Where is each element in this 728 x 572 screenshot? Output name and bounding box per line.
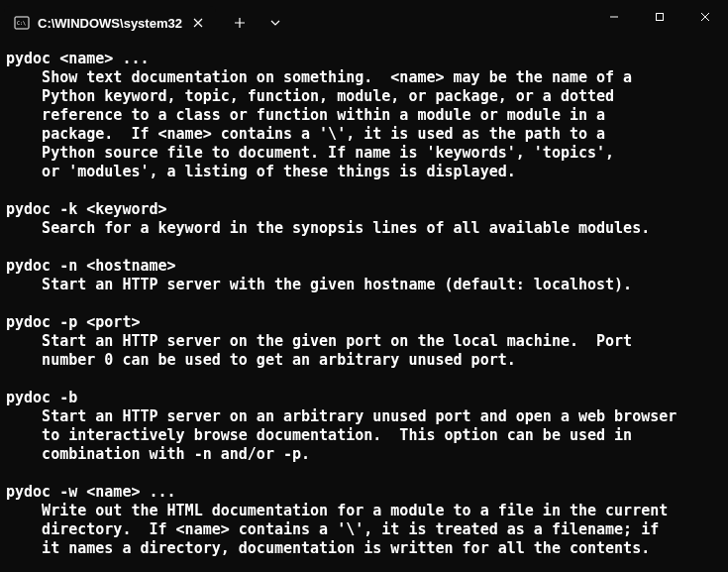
- tab-title: C:\WINDOWS\system32: [38, 16, 182, 31]
- titlebar[interactable]: C:\ C:\WINDOWS\system32: [0, 0, 728, 40]
- new-tab-button[interactable]: [222, 6, 258, 40]
- window-controls: [591, 0, 728, 34]
- svg-rect-2: [657, 14, 664, 21]
- tab-close-button[interactable]: [190, 15, 206, 31]
- terminal-output: pydoc <name> ... Show text documentation…: [6, 50, 722, 558]
- tab-actions: [222, 6, 293, 40]
- terminal-viewport[interactable]: pydoc <name> ... Show text documentation…: [0, 40, 728, 572]
- svg-text:C:\: C:\: [17, 20, 26, 26]
- maximize-button[interactable]: [637, 0, 682, 34]
- tab-dropdown-button[interactable]: [258, 6, 293, 40]
- tab-strip: C:\ C:\WINDOWS\system32: [0, 0, 293, 40]
- cmd-icon: C:\: [14, 15, 30, 31]
- tab-cmd[interactable]: C:\ C:\WINDOWS\system32: [4, 6, 216, 40]
- close-window-button[interactable]: [682, 0, 728, 34]
- minimize-button[interactable]: [591, 0, 637, 34]
